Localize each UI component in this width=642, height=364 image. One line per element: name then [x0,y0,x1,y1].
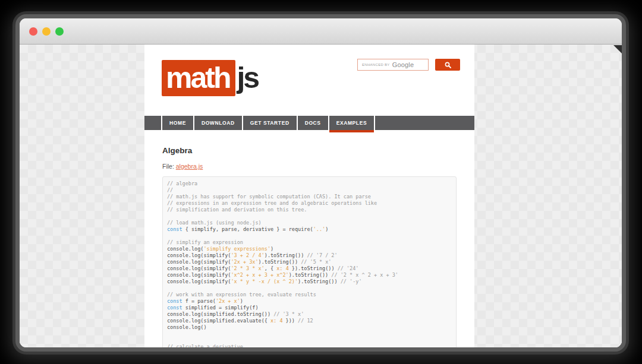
code-line: // simplify an expression [167,239,452,246]
nav-item-download[interactable]: DOWNLOAD [194,116,242,130]
code-line: console.log(simplify('2 * 3 * x', { x: 4… [167,265,452,272]
page-title: Algebra [162,146,457,155]
code-line: console.log(simplified.evaluate({ x: 4 }… [167,318,452,324]
github-ribbon-corner-icon[interactable] [613,45,622,53]
code-line [167,285,452,292]
search-icon [445,62,451,68]
code-line: const { simplify, parse, derivative } = … [167,226,452,233]
nav-item-home[interactable]: HOME [162,116,193,130]
browser-window: math js ENHANCED BY Google [20,18,622,347]
main-content: Algebra File: algebra.js // algebra//// … [144,146,474,347]
logo-math-box: math [162,60,235,96]
code-line: console.log(simplify('x * y * -x / (x ^ … [167,278,452,285]
logo-js-text: js [237,60,258,96]
traffic-light-close-button[interactable] [29,27,37,36]
code-line [167,233,452,239]
code-line: // work with an expression tree, evaluat… [167,292,452,298]
page-column: math js ENHANCED BY Google [144,45,474,347]
nav-item-docs[interactable]: DOCS [298,116,328,130]
code-line: console.log('simplify expressions') [167,246,452,252]
code-line: // [167,187,452,194]
nav-spacer [144,116,161,130]
nav-item-examples[interactable]: EXAMPLES [329,116,374,130]
code-line: // simplification and derivation on this… [167,207,452,213]
code-line: console.log() [167,324,452,331]
code-line: // expressions in an expression tree and… [167,200,452,207]
search-watermark-brand: Google [392,61,414,68]
code-line: // calculate a derivative [167,344,452,347]
traffic-light-zoom-button[interactable] [55,27,64,36]
site-search: ENHANCED BY Google [357,59,460,71]
code-line: // algebra [167,181,452,187]
traffic-light-minimize-button[interactable] [42,27,51,36]
file-label: File: [162,163,174,170]
mathjs-logo[interactable]: math js [162,60,258,96]
search-watermark-prefix: ENHANCED BY [362,63,390,67]
code-line: const simplified = simplify(f) [167,305,452,311]
code-line: console.log(simplify('2x + 3x').toString… [167,259,452,265]
code-line [167,337,452,344]
browser-content: math js ENHANCED BY Google [20,45,622,347]
search-input[interactable]: ENHANCED BY Google [357,59,429,71]
nav-filler [375,116,474,130]
code-line [167,213,452,220]
code-line [167,331,452,337]
file-line: File: algebra.js [162,163,457,170]
code-line: // load math.js (using node.js) [167,220,452,226]
browser-titlebar[interactable] [20,18,622,45]
code-line: console.log(simplified.toString()) // '3… [167,311,452,318]
nav-item-get-started[interactable]: GET STARTED [243,116,297,130]
traffic-lights [29,27,68,36]
search-button[interactable] [435,59,460,71]
file-link[interactable]: algebra.js [176,163,203,170]
code-line: // math.js has support for symbolic comp… [167,194,452,200]
main-nav: HOMEDOWNLOADGET STARTEDDOCSEXAMPLES [144,116,474,130]
code-block: // algebra//// math.js has support for s… [162,176,457,347]
code-line: console.log(simplify('x^2 + x + 3 + x^2'… [167,272,452,278]
code-line: const f = parse('2x + x') [167,298,452,305]
code-line: console.log(simplify('3 + 2 / 4').toStri… [167,252,452,259]
site-header: math js ENHANCED BY Google [144,45,474,116]
